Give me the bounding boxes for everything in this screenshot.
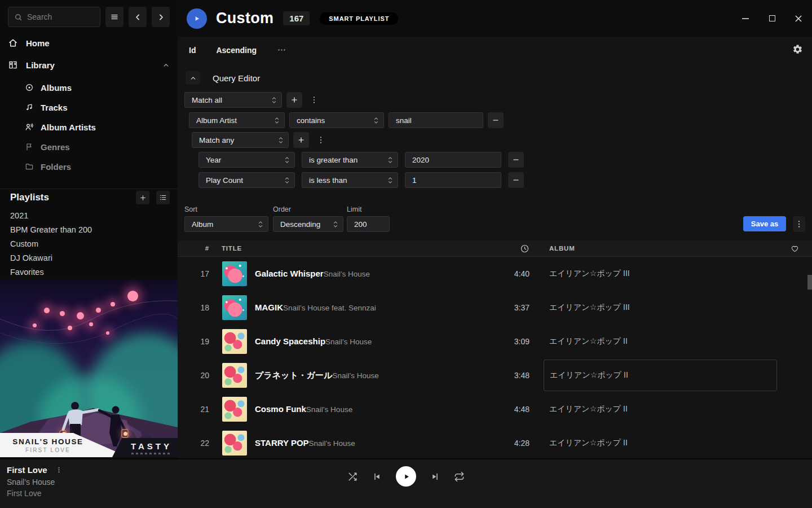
limit-label: Limit (347, 205, 361, 213)
sort-direction-button[interactable]: Ascending (216, 46, 257, 55)
header-favorite[interactable] (789, 244, 812, 253)
window-minimize-button[interactable] (740, 14, 751, 24)
sidebar-item-albums[interactable]: Albums (25, 81, 72, 94)
next-button[interactable] (430, 472, 440, 481)
add-rule-button-1[interactable] (286, 92, 302, 108)
match-type-select-1[interactable]: Match all (184, 92, 282, 108)
rule-field-select-2[interactable]: Year (198, 152, 295, 168)
add-playlist-button[interactable] (136, 191, 149, 204)
more-options-button[interactable] (277, 45, 286, 55)
sidebar-item-album-artists[interactable]: Album Artists (25, 120, 96, 134)
sidebar-item-home[interactable]: Home (8, 35, 170, 51)
search-input[interactable] (27, 12, 94, 21)
rule-field-select-1[interactable]: Album Artist (189, 112, 285, 128)
track-album-link[interactable]: エイリアン☆ポップ II (549, 325, 789, 358)
header-album[interactable]: ALBUM (549, 245, 789, 252)
playlist-item-favorites[interactable]: Favorites (10, 266, 44, 278)
table-row[interactable]: 22 STARRY POPSnail’s House 4:28 エイリアン☆ポッ… (178, 426, 812, 458)
now-playing-info: First Love Snail’s House First Love (7, 465, 63, 498)
forward-button[interactable] (152, 7, 170, 27)
playlist-item-2021[interactable]: 2021 (10, 209, 28, 222)
save-as-button[interactable]: Save as (743, 216, 786, 231)
remove-rule-button-1[interactable] (488, 112, 504, 128)
query-editor-collapse-button[interactable] (186, 71, 200, 85)
menu-button[interactable] (105, 7, 123, 27)
table-scrollbar-thumb[interactable] (807, 275, 812, 290)
repeat-icon (454, 471, 465, 482)
search-icon (14, 13, 23, 21)
track-album-link[interactable]: エイリアン☆ポップ III (549, 291, 789, 325)
more-vertical-icon (795, 219, 804, 229)
chevron-up-icon (189, 75, 197, 82)
plus-icon (290, 96, 298, 104)
track-artwork (222, 261, 247, 286)
sort-label: Sort (184, 205, 197, 213)
header-title[interactable]: TITLE (209, 245, 495, 252)
now-playing-artist: Snail’s House (7, 478, 63, 487)
order-select[interactable]: Descending (273, 216, 343, 232)
playlists-divider (0, 189, 178, 189)
now-playing-album: First Love (7, 489, 63, 498)
search-box[interactable] (8, 7, 100, 27)
track-artist: Snail’s House (324, 270, 370, 278)
repeat-button[interactable] (454, 471, 465, 482)
playlist-view-button[interactable] (156, 191, 170, 204)
table-row[interactable]: 17 Galactic WhisperSnail’s House 4:40 エイ… (178, 257, 812, 291)
table-row[interactable]: 21 Cosmo FunkSnail’s House 4:48 エイリアン☆ポッ… (178, 392, 812, 426)
plus-icon (139, 194, 147, 202)
header-duration[interactable] (495, 244, 534, 253)
settings-button[interactable] (792, 44, 803, 55)
art-lantern (44, 308, 50, 313)
playlist-item-dj-okawari[interactable]: DJ Okawari (10, 252, 52, 264)
chevron-left-icon (134, 13, 142, 21)
table-row[interactable]: 19 Candy SpaceshipSnail’s House 3:09 エイリ… (178, 325, 812, 358)
rule-operator-select-2[interactable]: is greater than (302, 152, 398, 168)
add-rule-button-2[interactable] (293, 132, 309, 148)
playlist-item-bpm[interactable]: BPM Greater than 200 (10, 224, 92, 236)
save-options-button[interactable] (793, 216, 805, 232)
table-row[interactable]: 20 プラネット・ガールSnail’s House 3:48 エイリアン☆ポップ… (178, 358, 812, 392)
table-row[interactable]: 18 MAGIKSnail’s House feat. Sennzai 3:37… (178, 291, 812, 325)
sidebar-item-folders[interactable]: Folders (25, 160, 71, 173)
back-button[interactable] (129, 7, 147, 27)
album-art-title: FIRST LOVE (25, 447, 70, 453)
group-options-button-2[interactable] (316, 132, 326, 148)
remove-rule-button-3[interactable] (508, 172, 524, 188)
query-editor-header: Query Editor (186, 71, 260, 85)
library-collapse-chevron-icon[interactable] (162, 62, 170, 69)
select-updown-icon (258, 220, 263, 229)
art-lantern (89, 322, 93, 326)
remove-rule-button-2[interactable] (508, 152, 524, 168)
previous-icon (372, 472, 382, 481)
now-playing-options-button[interactable] (55, 466, 63, 475)
window-maximize-button[interactable] (767, 14, 777, 24)
rule-value-input-1[interactable] (389, 112, 483, 128)
track-album-link[interactable]: エイリアン☆ポップ II (549, 426, 789, 458)
genres-flag-icon (25, 142, 34, 151)
track-album-link-focused[interactable]: エイリアン☆ポップ II (544, 360, 777, 391)
shuffle-button[interactable] (347, 471, 358, 482)
group-options-button-1[interactable] (309, 92, 319, 108)
play-playlist-button[interactable] (187, 8, 207, 29)
track-album-link[interactable]: エイリアン☆ポップ II (549, 392, 789, 426)
sort-field-button[interactable]: Id (189, 46, 196, 55)
rule-field-select-3[interactable]: Play Count (198, 172, 295, 188)
sidebar-item-tracks[interactable]: Tracks (25, 100, 68, 114)
rule-value-input-2[interactable] (405, 152, 501, 168)
select-updown-icon (278, 136, 284, 144)
query-group-2: Match any (192, 132, 326, 148)
rule-value-input-3[interactable] (405, 172, 501, 188)
limit-input[interactable] (347, 216, 390, 232)
sidebar-item-library[interactable]: Library (8, 57, 170, 73)
sort-select[interactable]: Album (184, 216, 268, 232)
sidebar-item-genres[interactable]: Genres (25, 140, 70, 154)
header-index[interactable]: # (178, 245, 209, 252)
match-type-select-2[interactable]: Match any (192, 132, 289, 148)
rule-operator-select-3[interactable]: is less than (302, 172, 398, 188)
window-close-button[interactable] (793, 14, 804, 24)
rule-operator-select-1[interactable]: contains (289, 112, 384, 128)
play-pause-button[interactable] (396, 466, 416, 487)
playlist-item-custom[interactable]: Custom (10, 238, 38, 250)
track-album-link[interactable]: エイリアン☆ポップ III (549, 257, 789, 291)
previous-button[interactable] (372, 472, 382, 481)
